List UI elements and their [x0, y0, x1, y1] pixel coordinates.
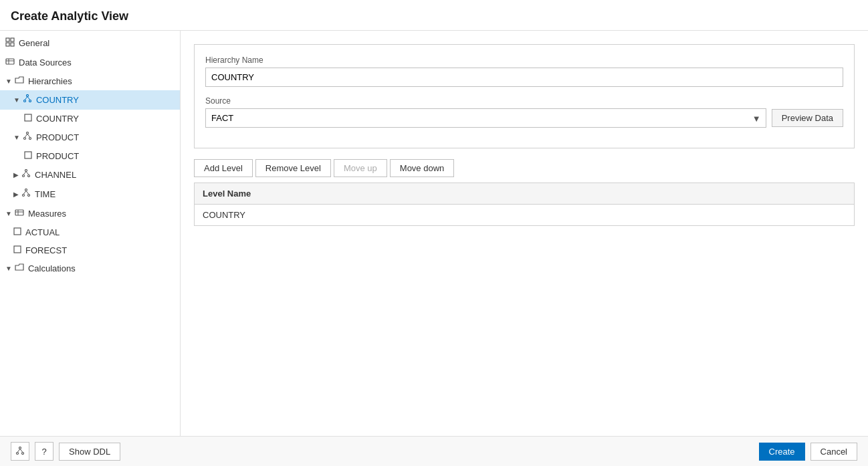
hierarchy-name-label: Hierarchy Name: [205, 55, 843, 65]
svg-rect-3: [11, 43, 14, 46]
measures-icon: [15, 208, 24, 219]
hierarchies-toggle[interactable]: ▼: [5, 78, 12, 85]
channel-hier-toggle[interactable]: ▶: [13, 171, 19, 179]
country-hier-icon: [23, 94, 32, 106]
footer-left: ? Show DDL: [11, 442, 120, 461]
svg-point-19: [25, 170, 27, 172]
sidebar-item-hierarchies-label: Hierarchies: [28, 76, 72, 86]
svg-rect-2: [6, 43, 9, 46]
calculations-folder-icon: [15, 263, 24, 273]
source-label: Source: [205, 96, 843, 106]
svg-line-16: [25, 134, 27, 138]
move-down-button[interactable]: Move down: [390, 159, 454, 177]
time-hier-toggle[interactable]: ▶: [13, 191, 19, 198]
sidebar-item-product-level-label: PRODUCT: [36, 151, 79, 161]
sidebar-item-data-sources[interactable]: Data Sources: [0, 53, 180, 72]
country-hier-toggle[interactable]: ▼: [13, 96, 20, 104]
main-content: General Data Sources ▼: [0, 31, 868, 436]
svg-point-24: [25, 189, 27, 191]
sidebar-item-product-hier[interactable]: ▼ PRODUCT: [0, 128, 180, 147]
sidebar-item-time-hier[interactable]: ▶ TIME: [0, 185, 180, 204]
svg-line-11: [27, 97, 30, 100]
sidebar-item-country-hier[interactable]: ▼ COUNTRY: [0, 90, 180, 110]
hierarchies-folder-icon: [15, 76, 24, 86]
sidebar-item-product-level[interactable]: PRODUCT: [0, 147, 180, 165]
svg-rect-0: [6, 38, 9, 41]
sidebar-item-measures-label: Measures: [28, 209, 66, 219]
add-level-button[interactable]: Add Level: [194, 159, 253, 177]
form-section: Hierarchy Name Source FACT ▼ Preview Dat…: [194, 44, 855, 148]
svg-point-15: [29, 138, 31, 140]
time-hier-icon: [21, 189, 31, 200]
measures-toggle[interactable]: ▼: [5, 210, 12, 217]
sidebar-item-country-hier-label: COUNTRY: [36, 95, 79, 105]
sidebar-item-data-sources-label: Data Sources: [19, 57, 72, 68]
title-bar: Create Analytic View: [0, 0, 868, 31]
sidebar-item-general[interactable]: General: [0, 33, 180, 53]
footer-right: Create Cancel: [759, 443, 858, 461]
hierarchy-name-row: Hierarchy Name: [205, 55, 843, 87]
sidebar-item-measures[interactable]: ▼ Measures: [0, 204, 180, 223]
footer: ? Show DDL Create Cancel: [0, 436, 868, 466]
source-row: Source FACT ▼ Preview Data: [205, 96, 843, 128]
create-button[interactable]: Create: [759, 443, 805, 461]
svg-line-17: [27, 134, 30, 138]
svg-point-20: [23, 175, 25, 177]
svg-rect-32: [14, 228, 21, 235]
channel-hier-icon: [21, 169, 31, 181]
svg-line-28: [26, 191, 29, 195]
svg-point-8: [23, 100, 25, 102]
source-input-row: FACT ▼ Preview Data: [205, 108, 843, 128]
svg-point-21: [28, 175, 30, 177]
svg-point-35: [17, 453, 19, 455]
sidebar-item-product-hier-label: PRODUCT: [36, 132, 79, 142]
levels-table: Level Name COUNTRY: [194, 183, 855, 226]
source-select[interactable]: FACT: [205, 108, 766, 128]
data-sources-icon: [5, 57, 15, 68]
sidebar: General Data Sources ▼: [0, 31, 181, 436]
right-panel: Hierarchy Name Source FACT ▼ Preview Dat…: [181, 31, 868, 436]
svg-rect-4: [6, 59, 14, 64]
actual-icon: [13, 227, 21, 237]
cancel-button[interactable]: Cancel: [810, 443, 857, 461]
svg-line-22: [23, 172, 26, 175]
calculations-toggle[interactable]: ▼: [5, 265, 12, 272]
footer-hierarchy-icon[interactable]: [11, 442, 29, 461]
sidebar-item-calculations[interactable]: ▼ Calculations: [0, 259, 180, 277]
svg-rect-29: [15, 210, 23, 215]
sidebar-item-country-level-label: COUNTRY: [36, 114, 79, 124]
source-select-wrap: FACT ▼: [205, 108, 766, 128]
sidebar-item-general-label: General: [19, 38, 49, 48]
hierarchy-name-input[interactable]: [205, 68, 843, 87]
svg-rect-1: [11, 38, 14, 41]
sidebar-item-time-hier-label: TIME: [35, 189, 56, 199]
sidebar-item-channel-hier-label: CHANNEL: [35, 170, 76, 180]
footer-help-icon[interactable]: ?: [35, 442, 53, 461]
app-container: Create Analytic View General: [0, 0, 868, 466]
preview-data-button[interactable]: Preview Data: [772, 109, 843, 127]
show-ddl-button[interactable]: Show DDL: [59, 443, 120, 461]
svg-line-38: [20, 449, 23, 453]
sidebar-item-actual[interactable]: ACTUAL: [0, 223, 180, 241]
help-icon-text: ?: [41, 447, 46, 457]
sidebar-item-hierarchies[interactable]: ▼ Hierarchies: [0, 72, 180, 90]
svg-point-14: [23, 138, 25, 140]
svg-line-37: [17, 449, 20, 453]
move-up-button[interactable]: Move up: [334, 159, 387, 177]
svg-point-36: [22, 453, 24, 455]
levels-toolbar: Add Level Remove Level Move up Move down: [194, 159, 855, 177]
product-hier-toggle[interactable]: ▼: [13, 134, 20, 141]
product-hier-icon: [23, 132, 32, 143]
svg-rect-33: [14, 246, 21, 253]
sidebar-item-channel-hier[interactable]: ▶ CHANNEL: [0, 165, 180, 185]
svg-point-7: [26, 95, 28, 97]
table-row[interactable]: COUNTRY: [195, 205, 854, 225]
svg-point-34: [19, 447, 21, 449]
forecst-icon: [13, 245, 21, 255]
sidebar-item-calculations-label: Calculations: [28, 263, 76, 273]
sidebar-item-forecst[interactable]: FORECST: [0, 241, 180, 259]
product-level-icon: [24, 151, 32, 161]
remove-level-button[interactable]: Remove Level: [255, 159, 331, 177]
sidebar-item-country-level[interactable]: COUNTRY: [0, 110, 180, 128]
table-cell-level-name: COUNTRY: [203, 210, 245, 220]
